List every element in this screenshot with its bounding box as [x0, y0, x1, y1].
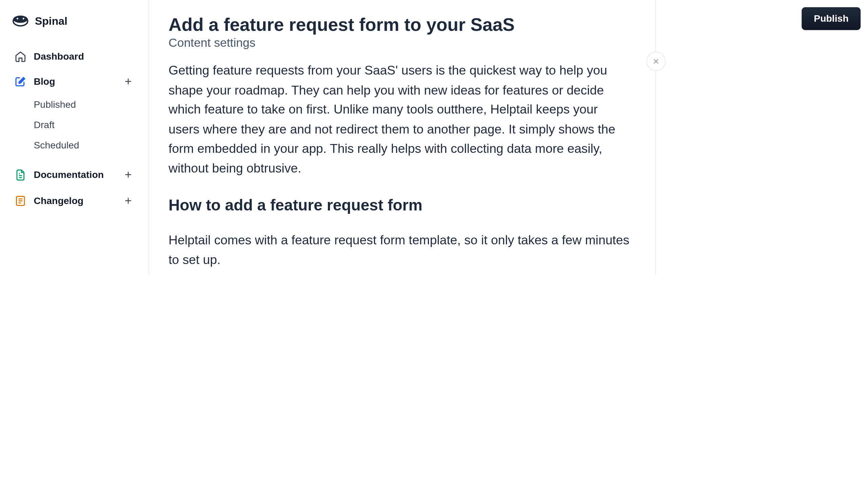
- sidebar-item-documentation[interactable]: Documentation +: [9, 162, 139, 187]
- article-title[interactable]: Add a feature request form to your SaaS: [169, 15, 632, 35]
- brand-name: Spinal: [35, 15, 67, 27]
- add-changelog-button[interactable]: +: [122, 194, 134, 208]
- sidebar-item-label: Dashboard: [34, 51, 84, 62]
- sidebar-item-published[interactable]: Published: [34, 95, 139, 115]
- article-paragraph[interactable]: Helptail comes with a feature request fo…: [169, 230, 632, 270]
- sidebar: Spinal Dashboard Blog + Published Draft …: [0, 0, 149, 275]
- sidebar-item-label: Blog: [34, 76, 55, 87]
- blog-subnav: Published Draft Scheduled: [9, 95, 139, 156]
- comments-panel: Publish This is my first draft, Carlos. …: [656, 0, 868, 275]
- edit-icon: [15, 76, 27, 87]
- document-icon: [15, 169, 27, 181]
- article-bullet-list[interactable]: From the Streams click Add New Stream fr…: [169, 272, 632, 275]
- svg-point-2: [17, 18, 18, 20]
- editor-main: Add a feature request form to your SaaS …: [149, 0, 656, 275]
- article-heading[interactable]: How to add a feature request form: [169, 196, 632, 215]
- changelog-icon: [15, 195, 27, 207]
- streams-link[interactable]: Streams: [236, 274, 283, 275]
- sidebar-item-changelog[interactable]: Changelog +: [9, 188, 139, 214]
- add-blog-button[interactable]: +: [122, 75, 134, 88]
- publish-button[interactable]: Publish: [802, 7, 861, 30]
- sidebar-item-label: Documentation: [34, 169, 104, 180]
- sidebar-item-blog[interactable]: Blog +: [9, 68, 139, 94]
- svg-point-3: [23, 18, 24, 20]
- list-item[interactable]: From the Streams click Add New Stream fr…: [169, 272, 632, 275]
- svg-point-1: [13, 16, 28, 23]
- close-icon: [652, 57, 660, 66]
- article-subtitle[interactable]: Content settings: [169, 36, 632, 50]
- sidebar-item-draft[interactable]: Draft: [34, 115, 139, 135]
- sidebar-item-scheduled[interactable]: Scheduled: [34, 135, 139, 156]
- article-paragraph[interactable]: Getting feature requests from your SaaS'…: [169, 61, 632, 178]
- close-panel-button[interactable]: [646, 52, 666, 71]
- sidebar-item-dashboard[interactable]: Dashboard: [9, 44, 139, 68]
- spinal-logo-icon: [12, 15, 29, 28]
- sidebar-item-label: Changelog: [34, 195, 83, 206]
- add-documentation-button[interactable]: +: [122, 168, 134, 182]
- home-icon: [15, 50, 27, 63]
- brand-logo[interactable]: Spinal: [9, 15, 139, 28]
